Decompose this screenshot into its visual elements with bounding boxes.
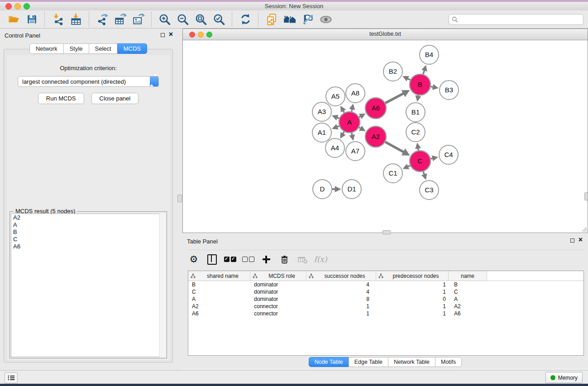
- table-row[interactable]: Adominator80A: [188, 295, 583, 303]
- import-table-button[interactable]: [68, 12, 84, 27]
- duplicate-network-button[interactable]: [264, 12, 279, 27]
- table-row[interactable]: A6connector11A6: [188, 310, 583, 317]
- graph-node-A[interactable]: A: [339, 112, 360, 133]
- graph-node-B3[interactable]: B3: [440, 81, 459, 100]
- network-canvas[interactable]: AA1A2A3A4A5A6A7A8BB1B2B3B4CC1C2C3C4DD1: [183, 40, 588, 233]
- mcds-result-item[interactable]: A2: [11, 214, 165, 221]
- edge-C-C3[interactable]: [423, 172, 424, 175]
- create-column-button[interactable]: [259, 253, 273, 266]
- graph-node-C1[interactable]: C1: [383, 164, 402, 183]
- close-panel-button[interactable]: Close panel: [91, 93, 139, 104]
- show-task-history-button[interactable]: [5, 372, 18, 383]
- graph-node-C2[interactable]: C2: [406, 123, 425, 142]
- search-input[interactable]: [449, 14, 583, 25]
- hide-graphics-details-button[interactable]: [300, 12, 316, 27]
- export-table-button[interactable]: [113, 12, 128, 27]
- close-panel-icon[interactable]: ×: [169, 30, 173, 39]
- tab-network[interactable]: Network: [29, 43, 64, 54]
- column-header-MCDS-role[interactable]: MCDS role: [250, 271, 306, 281]
- svg-text:A8: A8: [351, 89, 359, 97]
- graph-node-C[interactable]: C: [410, 151, 430, 172]
- export-network-button[interactable]: [95, 12, 110, 27]
- right-splitter-grip[interactable]: [584, 192, 588, 200]
- table-row[interactable]: Cdominator41C: [188, 288, 583, 295]
- tab-node-table[interactable]: Node Table: [309, 357, 349, 367]
- graph-node-A5[interactable]: A5: [326, 87, 345, 106]
- table-cell: 8: [306, 295, 376, 303]
- resize-grip-icon[interactable]: [581, 226, 587, 232]
- zoom-out-button[interactable]: [175, 12, 191, 27]
- column-header-successor-nodes[interactable]: successor nodes: [306, 271, 376, 281]
- graph-node-A2[interactable]: A2: [365, 126, 386, 147]
- tab-style[interactable]: Style: [63, 43, 89, 54]
- tab-select[interactable]: Select: [89, 43, 118, 54]
- split-columns-button[interactable]: [205, 253, 219, 266]
- criterion-dropdown[interactable]: largest connected component (directed): [18, 76, 159, 87]
- float-panel-icon[interactable]: [161, 33, 165, 37]
- memory-button[interactable]: Memory: [545, 372, 583, 383]
- table-cell: A: [188, 295, 250, 303]
- mcds-list-scrollbar[interactable]: [159, 214, 166, 357]
- graph-node-A8[interactable]: A8: [346, 84, 365, 103]
- delete-column-button[interactable]: [277, 253, 291, 266]
- bottom-splitter-grip[interactable]: [382, 230, 391, 234]
- table-row[interactable]: Bdominator41B: [188, 281, 583, 288]
- splitter-grip[interactable]: [177, 195, 182, 202]
- mcds-result-item[interactable]: C: [11, 236, 165, 243]
- graph-node-A6[interactable]: A6: [365, 98, 386, 119]
- run-mcds-button[interactable]: Run MCDS: [38, 93, 84, 104]
- select-all-columns-button[interactable]: [223, 253, 237, 266]
- column-header-name[interactable]: name: [449, 271, 487, 281]
- graph-node-A7[interactable]: A7: [346, 142, 365, 161]
- table-row[interactable]: A2connector11A2: [188, 303, 583, 310]
- graph-node-D[interactable]: D: [313, 180, 332, 199]
- column-header-predecessor-nodes[interactable]: predecessor nodes: [376, 271, 449, 281]
- zoom-fit-button[interactable]: [193, 12, 209, 27]
- graph-node-C4[interactable]: C4: [439, 145, 458, 164]
- zoom-selected-button[interactable]: [211, 12, 227, 27]
- home-button[interactable]: [282, 12, 297, 27]
- save-session-button[interactable]: [24, 12, 39, 27]
- graph-node-B[interactable]: B: [410, 74, 430, 95]
- graph-node-B2[interactable]: B2: [383, 62, 402, 81]
- search-field[interactable]: [449, 14, 583, 25]
- export-image-button[interactable]: [131, 12, 146, 27]
- table-close-panel-icon[interactable]: ×: [578, 235, 583, 244]
- table-settings-button[interactable]: ⚙: [187, 253, 201, 266]
- edge-B-B4[interactable]: [423, 70, 425, 74]
- graph-node-B4[interactable]: B4: [420, 45, 439, 64]
- function-builder-button[interactable]: f(x): [314, 253, 327, 266]
- zoom-in-button[interactable]: [157, 12, 172, 27]
- zoom-in-icon: [158, 13, 171, 26]
- refresh-button[interactable]: [238, 12, 253, 27]
- mcds-result-item[interactable]: A6: [11, 243, 165, 250]
- graph-node-C3[interactable]: C3: [420, 181, 439, 200]
- vertical-splitter[interactable]: [177, 29, 182, 370]
- graph-node-D1[interactable]: D1: [342, 180, 361, 199]
- tab-motifs[interactable]: Motifs: [435, 357, 462, 367]
- show-view-button[interactable]: [318, 12, 334, 27]
- graph-node-A1[interactable]: A1: [312, 123, 331, 142]
- table-float-panel-icon[interactable]: [570, 238, 574, 243]
- dropdown-stepper-icon: [150, 76, 158, 86]
- mcds-result-item[interactable]: B: [11, 229, 165, 236]
- network-view-window: testGlobe.txt AA1A2A3A4A5A6A7A8BB1B2B3B4…: [182, 29, 588, 233]
- column-header-shared-name[interactable]: shared name: [188, 271, 250, 281]
- criterion-value: largest connected component (directed): [22, 78, 126, 85]
- mcds-result-item[interactable]: A: [11, 221, 165, 229]
- graph-node-A3[interactable]: A3: [312, 102, 331, 121]
- table-cell: A: [449, 295, 487, 303]
- edge-B-B2[interactable]: [407, 79, 410, 80]
- tab-mcds[interactable]: MCDS: [117, 43, 147, 54]
- graph-node-A4[interactable]: A4: [325, 138, 344, 157]
- import-network-button[interactable]: [50, 12, 66, 27]
- open-session-button[interactable]: [6, 12, 21, 27]
- edge-A6-B[interactable]: [385, 93, 403, 103]
- mcds-result-list[interactable]: A2ABCA6: [11, 214, 166, 357]
- tab-edge-table[interactable]: Edge Table: [349, 357, 388, 367]
- unselect-all-columns-button[interactable]: [241, 253, 255, 266]
- delete-table-button[interactable]: [296, 253, 309, 266]
- graph-node-B1[interactable]: B1: [406, 103, 425, 122]
- tab-network-table[interactable]: Network Table: [388, 357, 435, 367]
- edge-A2-C[interactable]: [385, 142, 404, 152]
